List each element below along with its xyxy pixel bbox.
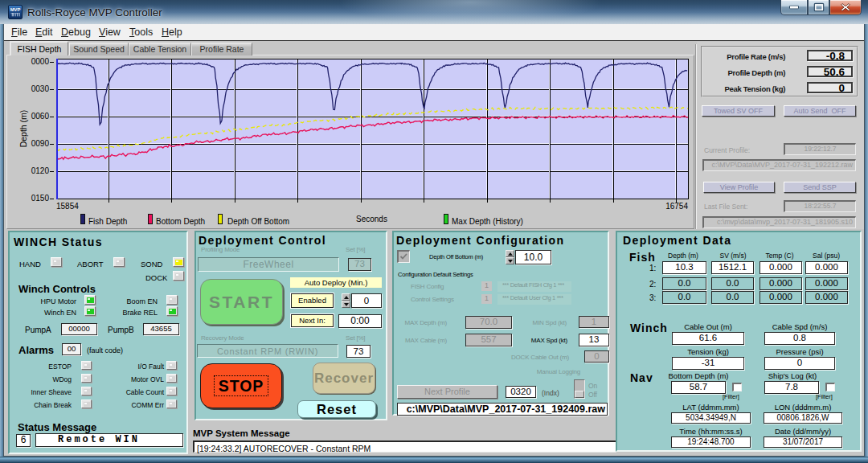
- pumpb-value: 43655: [143, 323, 179, 335]
- time-label: Time (hh:mm:ss.s): [671, 427, 751, 436]
- next-profile-button[interactable]: Next Profile: [397, 385, 497, 399]
- fish-row1-sv[interactable]: 1512.1: [711, 261, 754, 274]
- fish-row1-sal[interactable]: 0.000: [805, 261, 848, 274]
- legend-swatch-max-depth: [444, 214, 448, 224]
- tab-profile-rate[interactable]: Profile Rate: [191, 43, 252, 55]
- comm-err-led[interactable]: [166, 399, 177, 408]
- brake-rel-led[interactable]: [166, 306, 178, 316]
- estop-led[interactable]: [81, 361, 92, 370]
- date-value: 31/07/2017: [764, 436, 842, 448]
- min-spd-value: 1: [579, 316, 609, 328]
- tab-sound-speed[interactable]: Sound Speed: [69, 43, 129, 55]
- motor-ovl-led[interactable]: [166, 374, 177, 383]
- maximize-button[interactable]: [808, 0, 829, 15]
- recover-button[interactable]: Recover: [313, 363, 375, 394]
- tension-value: -31: [672, 357, 744, 370]
- brake-rel-label: Brake REL: [117, 309, 158, 317]
- chart-y-tick: 0000: [18, 57, 49, 66]
- cable-count-led[interactable]: [166, 387, 177, 395]
- legend-label-depth-off-bottom: Depth Off Bottom: [227, 217, 289, 226]
- chart-y-tick: 0120: [18, 166, 49, 175]
- app-logo-text: MVP: [10, 7, 21, 12]
- fish-row2-sv[interactable]: 0.0: [711, 277, 754, 290]
- bottom-depth-filter-checkbox[interactable]: [732, 383, 742, 391]
- menu-tools[interactable]: Tools: [129, 27, 153, 38]
- fish-row2-temp[interactable]: 0.000: [760, 277, 802, 290]
- menu-bar: File Edit Debug View Tools Help: [4, 24, 864, 41]
- fish-row2-depth[interactable]: 0.0: [662, 277, 706, 290]
- max-spd-value[interactable]: 13: [579, 334, 609, 346]
- title-bar[interactable]: MVP Rolls-Royce MVP Controller: [0, 0, 868, 24]
- boom-en-label: Boom EN: [117, 297, 158, 305]
- comm-err-label: COMM Err: [113, 401, 164, 409]
- menu-file[interactable]: File: [11, 27, 27, 38]
- peak-tension-label: Peak Tension (kg): [701, 84, 785, 93]
- profile-depth-label: Profile Depth (m): [701, 68, 785, 77]
- abort-led[interactable]: [113, 257, 125, 267]
- bottom-depth-value: 58.7: [671, 381, 726, 394]
- date-label: Date (dd/mm/yy): [764, 427, 842, 436]
- io-fault-led[interactable]: [166, 361, 177, 370]
- auto-deploy-spinner[interactable]: [342, 293, 350, 308]
- lon-value: 00806.1826,W: [764, 412, 842, 424]
- sond-led[interactable]: [173, 257, 184, 267]
- depth-off-bottom-spinner[interactable]: [506, 250, 514, 264]
- auto-deploy-value[interactable]: 0: [351, 293, 382, 308]
- fish-col-depth: Depth (m): [659, 252, 707, 260]
- fish-row1-temp[interactable]: 0.000: [760, 261, 802, 274]
- depth-off-bottom-value[interactable]: 10.0: [515, 250, 551, 264]
- stop-button[interactable]: STOP: [200, 363, 282, 408]
- winch-en-label: Winch EN: [32, 309, 76, 317]
- hpu-motor-led[interactable]: [84, 295, 96, 305]
- fish-row2-sal[interactable]: 0.000: [805, 277, 848, 290]
- fish-row1-depth[interactable]: 10.3: [662, 261, 706, 274]
- winch-status-title: WINCH Status: [14, 236, 103, 248]
- cable-out-value: 61.6: [672, 332, 744, 345]
- fish-row3-temp[interactable]: 0.000: [760, 291, 802, 304]
- config-default-settings-label: Configuration Default Settings: [398, 271, 473, 278]
- depth-chart[interactable]: [56, 59, 689, 203]
- status-message-value[interactable]: Remote WIN: [35, 433, 183, 447]
- hand-label: HAND: [19, 260, 41, 268]
- fish-row3-depth[interactable]: 0.0: [662, 291, 706, 304]
- view-profile-button[interactable]: View Profile: [703, 182, 775, 193]
- max-spd-label: MAX Spd (kt): [522, 337, 567, 344]
- menu-edit[interactable]: Edit: [35, 27, 53, 38]
- start-button[interactable]: START: [200, 279, 283, 325]
- minimize-button[interactable]: [780, 0, 808, 15]
- fish-row3-sv[interactable]: 0.0: [711, 291, 754, 304]
- cable-spd-label: Cable Spd (m/s): [764, 322, 835, 331]
- profiling-mode-combo[interactable]: FreeWheel: [198, 257, 339, 272]
- manual-logging-toggle[interactable]: [574, 379, 585, 399]
- legend-label-max-depth: Max Depth (History): [452, 217, 523, 226]
- set-pct-value-1[interactable]: 73: [348, 258, 371, 271]
- chart-x-tick-min: 15854: [56, 202, 79, 211]
- set-pct-value-2[interactable]: 73: [346, 345, 371, 358]
- chart-y-tick: 0030: [18, 84, 49, 93]
- inner-sheave-led[interactable]: [81, 387, 92, 395]
- wdog-led[interactable]: [81, 374, 92, 383]
- towed-sv-button[interactable]: Towed SV OFF: [702, 105, 775, 117]
- fish-row3-sal[interactable]: 0.000: [805, 291, 848, 304]
- fish-row1-label: 1:: [649, 264, 656, 272]
- auto-send-button[interactable]: Auto Send OFF: [784, 105, 856, 117]
- reset-button[interactable]: Reset: [297, 400, 376, 418]
- ships-log-filter-checkbox[interactable]: [825, 383, 835, 391]
- hand-led[interactable]: [51, 257, 62, 267]
- close-button[interactable]: [829, 0, 862, 15]
- chain-break-led[interactable]: [81, 399, 92, 408]
- winch-en-led[interactable]: [84, 306, 96, 316]
- send-ssp-button[interactable]: Send SSP: [784, 182, 856, 193]
- menu-view[interactable]: View: [99, 27, 121, 38]
- tab-cable-tension[interactable]: Cable Tension: [129, 43, 191, 55]
- legend-swatch-fish-depth: [80, 214, 85, 224]
- menu-help[interactable]: Help: [162, 27, 182, 38]
- depth-off-bottom-checkbox[interactable]: [397, 250, 410, 263]
- recovery-mode-combo[interactable]: Constant RPM (RWIN): [197, 344, 338, 358]
- tab-fish-depth[interactable]: FISH Depth: [10, 41, 68, 55]
- next-profile-index: 0320: [506, 386, 536, 398]
- app-logo-icon: MVP: [8, 5, 23, 19]
- dock-led[interactable]: [173, 271, 184, 281]
- boom-en-led[interactable]: [166, 295, 178, 305]
- menu-debug[interactable]: Debug: [61, 27, 91, 38]
